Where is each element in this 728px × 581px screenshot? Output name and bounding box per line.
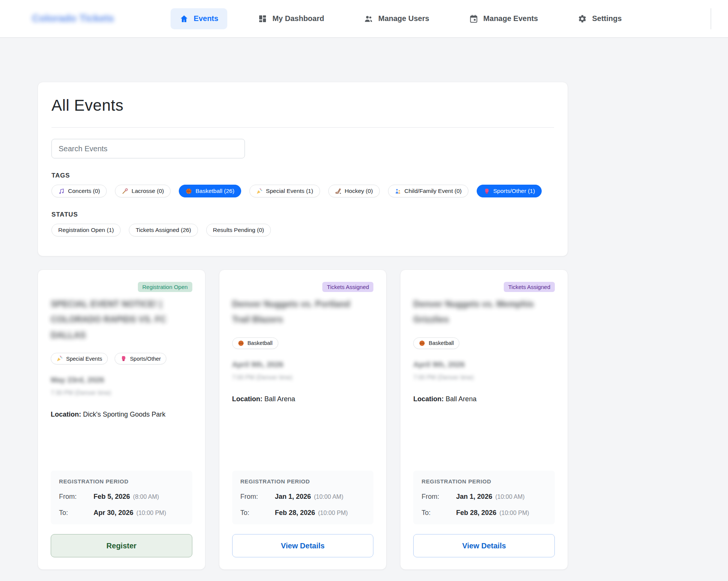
brand-logo[interactable]: Colorado Tickets: [32, 13, 114, 24]
tag-filter-lacrosse[interactable]: Lacrosse (0): [115, 185, 171, 197]
family-icon: [395, 188, 401, 194]
event-location: Location: Ball Arena: [413, 395, 555, 403]
lacrosse-icon: [122, 188, 128, 194]
confetti-icon: [256, 188, 263, 194]
chip-label: Special Events (1): [266, 188, 313, 194]
tag-filter-basketball[interactable]: Basketball (26): [179, 185, 241, 197]
registration-period-label: REGISTRATION PERIOD: [240, 478, 366, 485]
tag-filter-special-events[interactable]: Special Events (1): [249, 185, 320, 197]
status-filter-registration-open[interactable]: Registration Open (1): [51, 224, 121, 236]
event-card: Tickets AssignedDenver Nuggets vs. Portl…: [219, 269, 387, 570]
event-tag-basketball: Basketball: [413, 337, 459, 349]
event-location-value: Ball Arena: [446, 395, 476, 403]
music-icon: [58, 188, 65, 194]
confetti-icon: [56, 355, 63, 362]
event-tag-sports-other: Sports/Other: [115, 353, 166, 364]
dashboard-icon: [258, 14, 267, 23]
event-time: 7:00 PM (Denver time): [413, 374, 555, 381]
view-details-button[interactable]: View Details: [413, 534, 555, 557]
search-input[interactable]: [51, 139, 245, 158]
event-location: Location: Ball Arena: [232, 395, 374, 403]
event-title: Denver Nuggets vs. Memphis Grizzlies: [413, 297, 544, 328]
registration-period-box: REGISTRATION PERIODFrom:Feb 5, 2026(8:00…: [51, 471, 192, 524]
event-title: Denver Nuggets vs. Portland Trail Blazer…: [232, 297, 362, 328]
registration-from-row: From:Jan 1, 2026(10:00 AM): [240, 493, 366, 501]
tag-filter-sports-other[interactable]: Sports/Other (1): [477, 185, 542, 197]
event-location-value: Dick's Sporting Goods Park: [83, 411, 166, 418]
tag-filter-hockey[interactable]: Hockey (0): [328, 185, 380, 197]
basketball-icon: [238, 340, 244, 346]
event-location-label: Location:: [232, 395, 263, 403]
registration-to-label: To:: [421, 509, 456, 517]
registration-from-label: From:: [240, 493, 275, 501]
status-label: STATUS: [51, 211, 554, 218]
nav-item-manage-users[interactable]: Manage Users: [355, 8, 438, 29]
register-button[interactable]: Register: [51, 534, 192, 557]
chip-label: Basketball: [248, 340, 273, 346]
event-title: SPECIAL EVENT NOTICE! | COLORADO RAPIDS …: [51, 297, 181, 343]
basketball-icon: [419, 340, 425, 346]
registration-period-label: REGISTRATION PERIOD: [421, 478, 547, 485]
registration-from-date: Jan 1, 2026: [275, 493, 311, 501]
status-badge: Registration Open: [138, 282, 192, 292]
chip-label: Concerts (0): [68, 188, 100, 194]
boxing-glove-icon: [120, 355, 127, 362]
registration-from-date: Jan 1, 2026: [456, 493, 492, 501]
registration-from-time: (10:00 AM): [495, 494, 524, 500]
event-tag-row: Basketball: [232, 337, 374, 349]
page-title: All Events: [51, 96, 554, 114]
nav-item-events[interactable]: Events: [171, 8, 228, 29]
nav-divider: [711, 8, 711, 29]
nav-item-label: Settings: [592, 14, 622, 23]
chip-label: Results Pending (0): [213, 227, 264, 233]
boxing-glove-icon: [483, 188, 490, 194]
event-tag-basketball: Basketball: [232, 337, 278, 349]
registration-from-time: (8:00 AM): [133, 494, 159, 500]
view-details-button[interactable]: View Details: [232, 534, 374, 557]
event-date: April 9th, 2026: [413, 360, 555, 369]
tag-filter-concerts[interactable]: Concerts (0): [51, 185, 107, 197]
registration-period-box: REGISTRATION PERIODFrom:Jan 1, 2026(10:0…: [413, 471, 555, 524]
registration-from-time: (10:00 AM): [314, 494, 343, 500]
nav-item-my-dashboard[interactable]: My Dashboard: [249, 8, 333, 29]
event-card-grid: Registration OpenSPECIAL EVENT NOTICE! |…: [38, 269, 568, 570]
registration-from-row: From:Feb 5, 2026(8:00 AM): [59, 493, 184, 501]
event-date: May 23rd, 2026: [51, 376, 192, 384]
registration-to-date: Feb 28, 2026: [275, 509, 315, 517]
badge-row: Tickets Assigned: [413, 282, 555, 292]
registration-to-label: To:: [59, 509, 94, 517]
chip-label: Sports/Other (1): [493, 188, 535, 194]
divider: [51, 127, 554, 128]
status-filter-tickets-assigned[interactable]: Tickets Assigned (26): [129, 224, 198, 236]
users-icon: [364, 14, 373, 23]
hockey-icon: [335, 188, 341, 194]
registration-to-label: To:: [240, 509, 275, 517]
chip-label: Lacrosse (0): [131, 188, 164, 194]
registration-to-date: Apr 30, 2026: [94, 509, 133, 517]
tags-chip-row: Concerts (0)Lacrosse (0)Basketball (26)S…: [51, 185, 554, 197]
registration-from-label: From:: [421, 493, 456, 501]
chip-label: Special Events: [66, 356, 102, 362]
registration-period-label: REGISTRATION PERIOD: [59, 478, 184, 485]
main-nav: EventsMy DashboardManage UsersManage Eve…: [171, 8, 631, 29]
filter-panel: All Events TAGS Concerts (0)Lacrosse (0)…: [38, 82, 568, 256]
registration-period-box: REGISTRATION PERIODFrom:Jan 1, 2026(10:0…: [232, 471, 374, 524]
event-card: Registration OpenSPECIAL EVENT NOTICE! |…: [38, 269, 205, 570]
event-location-label: Location:: [413, 395, 444, 403]
tag-filter-child-family-event[interactable]: Child/Family Event (0): [388, 185, 468, 197]
event-card: Tickets AssignedDenver Nuggets vs. Memph…: [400, 269, 568, 570]
top-navigation-bar: Colorado Tickets EventsMy DashboardManag…: [0, 0, 728, 38]
nav-item-label: Manage Events: [483, 14, 538, 23]
status-chip-row: Registration Open (1)Tickets Assigned (2…: [51, 224, 554, 236]
registration-to-row: To:Apr 30, 2026(10:00 PM): [59, 509, 184, 517]
calendar-icon: [469, 14, 478, 23]
nav-item-settings[interactable]: Settings: [569, 8, 631, 29]
tags-label: TAGS: [51, 172, 554, 179]
chip-label: Basketball: [429, 340, 454, 346]
basketball-icon: [186, 188, 192, 194]
gear-icon: [578, 14, 587, 23]
event-location-value: Ball Arena: [264, 395, 295, 403]
nav-item-manage-events[interactable]: Manage Events: [460, 8, 547, 29]
badge-row: Registration Open: [51, 282, 192, 292]
status-filter-results-pending[interactable]: Results Pending (0): [206, 224, 271, 236]
